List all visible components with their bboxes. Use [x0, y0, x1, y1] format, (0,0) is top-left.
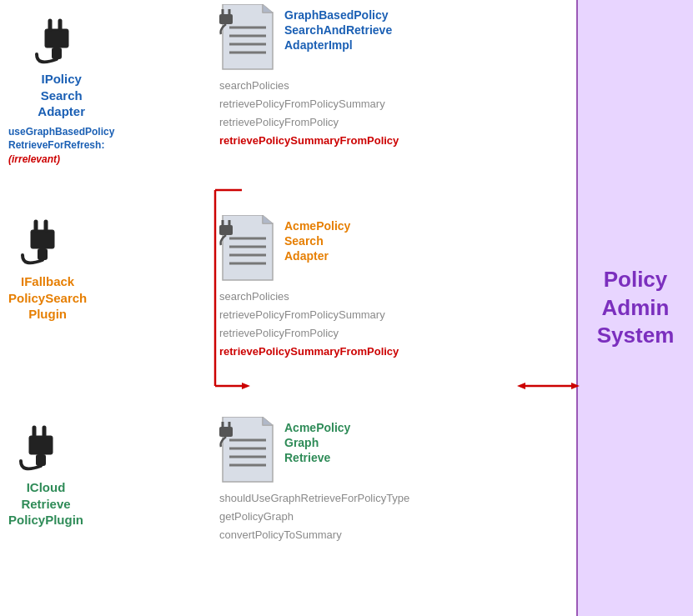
- doc-icon-3: [219, 417, 276, 485]
- svg-marker-42: [242, 383, 250, 389]
- diagram: Policy Admin System IPolicySearchAdapter…: [0, 0, 693, 616]
- method-searchPolicies-2: searchPolicies: [219, 290, 399, 303]
- svg-rect-8: [29, 436, 53, 454]
- admin-system-panel: Policy Admin System: [576, 0, 693, 616]
- svg-marker-22: [263, 215, 273, 223]
- svg-rect-5: [38, 248, 48, 260]
- ifallback-label: IFallbackPolicySearchPlugin: [8, 273, 87, 323]
- svg-rect-1: [52, 48, 62, 59]
- acme-graph-methods: shouldUseGraphRetrieveForPolicyType getP…: [219, 492, 409, 541]
- method-retrievePolicyFromPolicy-2: retrievePolicyFromPolicy: [219, 327, 399, 339]
- admin-system-title: Policy Admin System: [578, 266, 693, 350]
- icloud-retrieve: ICloudRetrievePolicyPlugin: [8, 413, 83, 528]
- method-shouldUseGraph: shouldUseGraphRetrieveForPolicyType: [219, 492, 409, 504]
- acme-search-name: AcmePolicySearchAdapter: [284, 218, 350, 264]
- method-searchPolicies-1: searchPolicies: [219, 79, 399, 92]
- doc-icon-2: [219, 215, 276, 283]
- acme-graph-name: AcmePolicyGraphRetrieve: [284, 420, 350, 466]
- acme-graph-class: AcmePolicyGraphRetrieve shouldUseGraphRe…: [219, 417, 409, 541]
- ifallback-policy-search: IFallbackPolicySearchPlugin: [8, 207, 87, 323]
- acme-search-class: AcmePolicySearchAdapter searchPolicies r…: [219, 215, 399, 358]
- svg-marker-13: [263, 4, 273, 13]
- ipolicy-label: IPolicySearchAdapter: [38, 71, 85, 120]
- graph-based-name: GraphBasedPolicySearchAndRetrieveAdapter…: [284, 8, 392, 53]
- method-convertPolicy: convertPolicyToSummary: [219, 528, 409, 541]
- svg-marker-31: [263, 417, 273, 425]
- graph-based-class: GraphBasedPolicySearchAndRetrieveAdapter…: [219, 4, 399, 147]
- ipolicy-search-adapter: IPolicySearchAdapter useGraphBasedPolicy…: [8, 4, 114, 167]
- svg-rect-27: [219, 225, 233, 235]
- svg-rect-36: [219, 427, 233, 437]
- acme-search-methods: searchPolicies retrievePolicyFromPolicyS…: [219, 290, 399, 358]
- method-retrievePolicyFromPolicySummary-2: retrievePolicyFromPolicySummary: [219, 308, 399, 321]
- method-retrievePolicyFromPolicySummary-1: retrievePolicyFromPolicySummary: [219, 98, 399, 110]
- svg-rect-4: [31, 230, 54, 248]
- icloud-label: ICloudRetrievePolicyPlugin: [8, 479, 83, 528]
- plugin-icon-1: [28, 4, 95, 71]
- plugin-icon-2: [14, 207, 81, 273]
- graph-based-methods: searchPolicies retrievePolicyFromPolicyS…: [219, 79, 399, 147]
- ipolicy-note: useGraphBasedPolicyRetrieveForRefresh:(i…: [8, 125, 114, 167]
- svg-marker-45: [517, 383, 525, 389]
- method-retrievePolicyFromPolicy-1: retrievePolicyFromPolicy: [219, 116, 399, 128]
- svg-rect-18: [219, 14, 233, 24]
- svg-rect-9: [36, 454, 46, 466]
- svg-rect-0: [45, 29, 68, 48]
- method-retrievePolicySummaryFromPolicy-1: retrievePolicySummaryFromPolicy: [219, 134, 399, 147]
- method-getPolicyGraph: getPolicyGraph: [219, 510, 409, 523]
- method-retrievePolicySummaryFromPolicy-2: retrievePolicySummaryFromPolicy: [219, 345, 399, 358]
- doc-icon-1: [219, 4, 276, 73]
- plugin-icon-3: [13, 413, 79, 479]
